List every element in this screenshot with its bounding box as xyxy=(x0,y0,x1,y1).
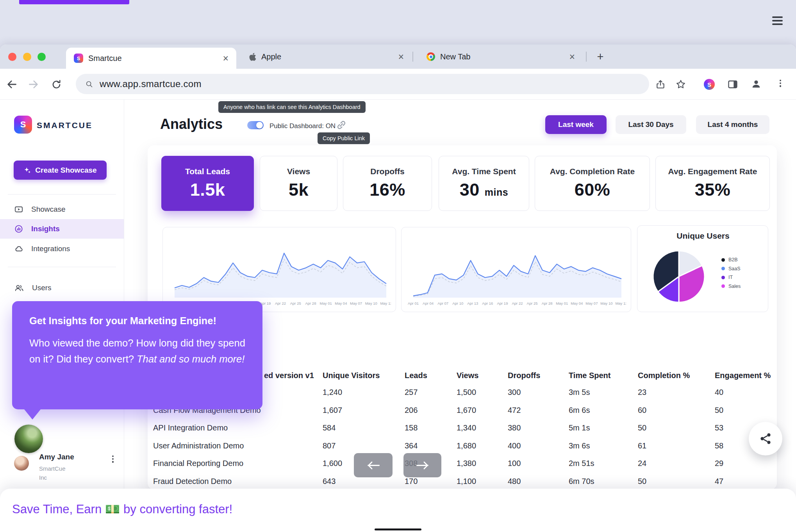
new-tab-button[interactable]: + xyxy=(593,50,608,64)
table-row[interactable]: Fraud Detection Demo6431701,1004806m 70s… xyxy=(153,473,776,491)
previous-page-button[interactable] xyxy=(354,453,393,477)
close-tab-icon[interactable]: × xyxy=(569,52,575,62)
bookmark-star-button[interactable] xyxy=(674,78,687,91)
svg-text:Apr 13: Apr 13 xyxy=(467,301,478,305)
share-page-button[interactable] xyxy=(654,78,667,91)
table-cell: 60 xyxy=(638,406,715,415)
profile-org: SmartCue xyxy=(39,465,66,472)
next-page-button[interactable] xyxy=(403,453,441,477)
tab-apple[interactable]: Apple × xyxy=(241,45,412,69)
public-dashboard-label: Public Dashboard: ON xyxy=(269,122,336,130)
unique-users-card: Unique Users B2B SaaS IT Sales xyxy=(637,225,768,312)
line-chart-card-right: Apr 01Apr 04Apr 07Apr 10Apr 13Apr 16Apr … xyxy=(401,227,631,312)
home-indicator xyxy=(375,528,421,530)
showcase-name-cell: Financial Reporting Demo xyxy=(153,459,323,468)
svg-text:May 13: May 13 xyxy=(380,301,391,305)
table-cell: 170 xyxy=(405,477,457,486)
address-bar[interactable]: www.app.smartcue.com xyxy=(76,74,649,94)
stat-total-leads[interactable]: Total Leads 1.5k xyxy=(161,156,254,211)
forward-button[interactable] xyxy=(26,77,41,91)
browser-menu-button[interactable] xyxy=(776,79,784,90)
sidebar-item-integrations[interactable]: Integrations xyxy=(0,239,124,259)
reload-button[interactable] xyxy=(48,77,64,91)
pie-legend: B2B SaaS IT Sales xyxy=(721,255,741,291)
svg-text:Apr 04: Apr 04 xyxy=(423,301,434,305)
svg-text:May 07: May 07 xyxy=(585,301,598,305)
popover-body: Who viewed the demo? How long did they s… xyxy=(29,335,245,368)
stat-label: Avg. Engagement Rate xyxy=(668,167,757,176)
filter-last-week[interactable]: Last week xyxy=(545,115,607,134)
sidebar-item-label: Insights xyxy=(31,225,60,233)
sidebar: S SMARTCUE Create Showcase Showcase Insi… xyxy=(0,100,124,489)
svg-text:Apr 28: Apr 28 xyxy=(305,301,316,305)
filter-last-4-months[interactable]: Last 4 months xyxy=(696,115,769,134)
table-cell: 40 xyxy=(715,388,773,397)
table-row[interactable]: Financial Reporting Demo1,6003081,380100… xyxy=(153,455,776,473)
insights-popover: Get Insights for your Marketing Engine! … xyxy=(12,301,262,409)
table-cell: 29 xyxy=(715,459,773,468)
window-zoom-button[interactable] xyxy=(37,53,46,61)
line-chart-left: Apr 01Apr 04Apr 07Apr 10Apr 13Apr 16Apr … xyxy=(168,231,391,308)
sidebar-item-showcase[interactable]: Showcase xyxy=(0,200,124,219)
window-minimize-button[interactable] xyxy=(23,53,31,61)
back-button[interactable] xyxy=(4,77,20,91)
sidebar-item-label: Integrations xyxy=(31,245,70,253)
svg-text:Apr 22: Apr 22 xyxy=(512,301,523,305)
public-dashboard-toggle[interactable] xyxy=(247,121,264,129)
table-row[interactable]: API Integration Demo5841581,3403805m 1s5… xyxy=(153,419,776,437)
close-tab-icon[interactable]: × xyxy=(223,54,228,63)
legend-item: IT xyxy=(721,273,741,282)
apple-icon xyxy=(249,52,256,61)
table-cell: 380 xyxy=(508,423,569,432)
smartcue-extension-badge[interactable]: S xyxy=(703,79,715,90)
table-cell: 1,340 xyxy=(457,423,508,432)
sidebar-item-users[interactable]: Users xyxy=(0,278,124,298)
filter-last-30-days[interactable]: Last 30 Days xyxy=(616,115,686,134)
share-dashboard-button[interactable] xyxy=(749,422,782,455)
brand-name: SMARTCUE xyxy=(37,121,93,130)
unique-users-pie-chart xyxy=(650,247,708,306)
legend-label: IT xyxy=(728,275,733,280)
table-cell: 50 xyxy=(638,477,715,486)
legend-dot xyxy=(721,284,725,288)
profile-menu-button[interactable] xyxy=(109,454,116,466)
line-chart-card-left: Apr 01Apr 04Apr 07Apr 10Apr 13Apr 16Apr … xyxy=(162,227,396,312)
profile-avatar-large[interactable] xyxy=(14,425,43,453)
copy-public-link-icon[interactable] xyxy=(336,119,347,131)
stat-dropoffs[interactable]: Dropoffs 16% xyxy=(343,156,432,211)
column-header: Dropoffs xyxy=(508,371,569,380)
window-close-button[interactable] xyxy=(8,53,16,61)
svg-text:Apr 10: Apr 10 xyxy=(452,301,463,305)
showcase-name-cell: Fraud Detection Demo xyxy=(153,477,323,486)
table-cell: 23 xyxy=(638,388,715,397)
table-cell: 1,100 xyxy=(457,477,508,486)
smartcue-extension-icon: S xyxy=(704,79,715,90)
svg-text:Apr 22: Apr 22 xyxy=(275,301,286,305)
legend-item: Sales xyxy=(721,282,741,291)
legend-dot xyxy=(721,258,725,262)
table-cell: 24 xyxy=(638,459,715,468)
hamburger-menu-icon[interactable] xyxy=(772,16,783,27)
profile-name: Amy Jane xyxy=(39,453,74,461)
tab-smartcue[interactable]: S Smartcue × xyxy=(66,48,236,69)
stat-label: Avg. Time Spent xyxy=(452,167,516,176)
table-cell: 400 xyxy=(508,441,569,450)
stat-avg-time-spent[interactable]: Avg. Time Spent 30 mins xyxy=(439,156,529,211)
profile-button[interactable] xyxy=(750,78,762,90)
legend-label: Sales xyxy=(728,284,741,289)
table-row[interactable]: User Administration Demo8073641,6804003m… xyxy=(153,437,776,455)
stat-views[interactable]: Views 5k xyxy=(260,156,337,211)
create-showcase-button[interactable]: Create Showcase xyxy=(14,161,107,180)
sidebar-item-insights[interactable]: Insights xyxy=(0,219,124,239)
close-tab-icon[interactable]: × xyxy=(398,52,404,62)
table-cell: 480 xyxy=(508,477,569,486)
pie-chart-title: Unique Users xyxy=(637,231,769,241)
svg-text:May 04: May 04 xyxy=(335,301,347,305)
tab-new-tab[interactable]: New Tab × xyxy=(419,45,583,69)
search-icon xyxy=(85,80,93,88)
stat-avg-completion-rate[interactable]: Avg. Completion Rate 60% xyxy=(535,156,650,211)
side-panel-button[interactable] xyxy=(726,78,739,91)
stat-avg-engagement-rate[interactable]: Avg. Engagement Rate 35% xyxy=(655,156,770,211)
integrations-icon xyxy=(14,244,23,254)
table-cell: 50 xyxy=(638,423,715,432)
